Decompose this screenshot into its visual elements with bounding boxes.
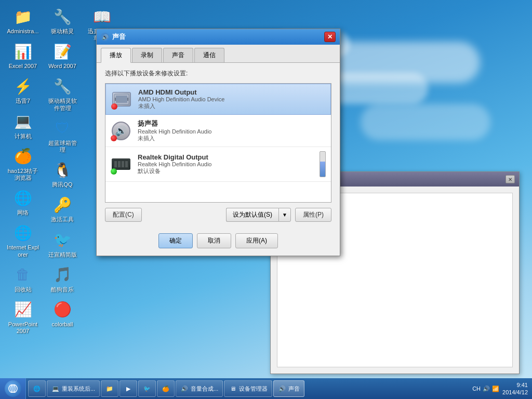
taskbar-clock[interactable]: 9:41 2014/4/12 [502, 381, 528, 396]
bg-window-close-button[interactable]: ✕ [506, 175, 515, 183]
start-orb [5, 380, 21, 397]
taskbar-sound[interactable]: 🔊 声音 [273, 380, 304, 397]
desktop-icon-ppt[interactable]: 📈 PowerPoint 2007 [4, 297, 42, 337]
ie-icon: 🌐 [12, 222, 33, 243]
360-label: 超蓝球箱管理 [46, 140, 79, 153]
desktop-icon-hao123[interactable]: 🍊 hao123桔子浏览器 [4, 144, 42, 183]
speaker-info: 扬声器 Realtek High Definition Audio 未插入 [138, 119, 326, 142]
excel-label: Excel 2007 [9, 63, 37, 70]
desktop-icon-qq[interactable]: 🐧 腾讯QQ [44, 157, 81, 190]
taskbar-audio-synth[interactable]: 🔊 音量合成... [176, 380, 223, 397]
taskbar-bird[interactable]: 🐦 [138, 380, 156, 397]
desktop-icon-colorball[interactable]: 🔴 colorball [44, 297, 81, 330]
apply-button[interactable]: 应用(A) [235, 233, 278, 248]
amd-hdmi-name: AMD HDMI Output [138, 88, 325, 96]
hao123-icon: 🍊 [12, 146, 33, 167]
admin-icon: 📁 [12, 6, 33, 27]
device-realtek-digital[interactable]: Realtek Digital Output Realtek High Defi… [105, 147, 331, 182]
dialog-action-buttons: 配置(C) 设为默认值(S) ▼ 属性(P) [105, 208, 331, 222]
realtek-volume-level [320, 162, 325, 177]
desktop-icon-network[interactable]: 🌐 网络 [4, 185, 42, 218]
taskbar-device-mgr[interactable]: 🖥 设备管理器 [224, 380, 272, 397]
desktop-icon-word2007[interactable]: 📝 Word 2007 [44, 39, 81, 72]
desktop-icons: 📁 Administra... 📊 Excel 2007 ⚡ 迅雷7 💻 计算机… [4, 4, 98, 363]
desktop-icon-xunlei[interactable]: ⚡ 迅雷7 [4, 74, 42, 107]
taskbar-folder-icon: 📁 [105, 384, 114, 393]
properties-button[interactable]: 属性(P) [295, 208, 331, 222]
realtek-volume-bar [320, 151, 326, 177]
qq-icon: 🐧 [52, 159, 73, 180]
taskbar-device-icon: 🖥 [229, 384, 237, 393]
cloud-4 [361, 104, 490, 140]
recycle-label: 回收站 [15, 286, 32, 293]
device-list: AMD HDMI Output AMD High Definition Audi… [105, 83, 331, 203]
word-label: Word 2007 [48, 63, 76, 70]
tray-speaker-icon: 🔊 [483, 385, 490, 392]
hao123-label: hao123桔子浏览器 [6, 168, 39, 181]
taskbar-media[interactable]: ▶ [119, 380, 137, 397]
taskbar-folder[interactable]: 📁 [101, 380, 118, 397]
dialog-close-button[interactable]: ✕ [324, 32, 336, 42]
taskbar-items: 🌐 💻 重装系统后... 📁 ▶ 🐦 🍊 🔊 音量合成... [26, 378, 468, 399]
desktop-icon-excel2007[interactable]: 📊 Excel 2007 [4, 39, 42, 72]
desktop-icon-ie[interactable]: 🌐 Internet Explorer [4, 220, 42, 260]
network-icon: 🌐 [12, 188, 33, 208]
tray-lang: CH [472, 385, 481, 392]
configure-button[interactable]: 配置(C) [105, 208, 142, 222]
word-icon: 📝 [52, 41, 73, 62]
dialog-titlebar[interactable]: 🔊 声音 ✕ [97, 29, 340, 45]
desktop-icon-driver[interactable]: 🔧 驱动精灵 [44, 4, 81, 37]
amd-hdmi-icon [111, 89, 132, 110]
taskbar-ie[interactable]: 🌐 [28, 380, 46, 397]
right-buttons: 设为默认值(S) ▼ 属性(P) [226, 208, 331, 222]
driver-icon: 🔧 [52, 6, 73, 27]
taskbar-right: CH 🔊 📶 9:41 2014/4/12 [468, 381, 532, 396]
tab-record[interactable]: 录制 [132, 48, 162, 62]
set-default-arrow[interactable]: ▼ [278, 208, 291, 222]
set-default-button[interactable]: 设为默认值(S) [226, 208, 278, 222]
recycle-icon: 🗑 [12, 264, 33, 285]
ok-button[interactable]: 确定 [158, 233, 193, 248]
kuwo-icon: 🎵 [52, 264, 73, 285]
svg-rect-5 [114, 161, 117, 167]
speaker-status: 未插入 [138, 135, 326, 142]
amd-hdmi-info: AMD HDMI Output AMD High Definition Audi… [138, 88, 325, 110]
ie-label: Internet Explorer [6, 244, 39, 258]
xunlei-icon: ⚡ [12, 76, 33, 97]
cancel-button[interactable]: 取消 [197, 233, 231, 248]
device-speaker[interactable]: 🔊 扬声器 Realtek High Definition Audio 未插入 [105, 115, 331, 147]
taskbar-ie-icon: 🌐 [33, 384, 41, 393]
ppt-label: PowerPoint 2007 [6, 321, 39, 335]
taskbar-orange[interactable]: 🍊 [157, 380, 175, 397]
taskbar-reinstall[interactable]: 💻 重装系统后... [47, 380, 100, 397]
desktop-icon-driver2[interactable]: 🔧 驱动精灵软件管理 [44, 74, 81, 113]
network-label: 网络 [17, 209, 29, 216]
colorball-icon: 🔴 [52, 299, 73, 320]
tab-comm[interactable]: 通信 [194, 48, 224, 62]
taskbar-audio-label: 音量合成... [191, 385, 218, 393]
admin-label: Administra... [7, 28, 38, 35]
taskbar-device-label: 设备管理器 [239, 385, 268, 393]
svg-rect-3 [127, 98, 128, 101]
taskbar-bird-icon: 🐦 [143, 384, 151, 393]
tab-sound[interactable]: 声音 [163, 48, 193, 62]
svg-rect-8 [125, 161, 128, 167]
speaker-name: 扬声器 [138, 119, 326, 128]
start-button[interactable] [0, 378, 26, 399]
desktop-icon-admin[interactable]: 📁 Administra... [4, 4, 42, 37]
dialog-description: 选择以下播放设备来修改设置: [105, 69, 331, 78]
dialog-tabs: 播放 录制 声音 通信 [97, 45, 340, 63]
amd-hdmi-driver: AMD High Definition Audio Device [138, 96, 325, 102]
desktop-icon-jihuo[interactable]: 🔑 激活工具 [44, 192, 81, 225]
realtek-driver: Realtek High Definition Audio [138, 161, 313, 167]
computer-icon: 💻 [12, 111, 33, 132]
speaker-icon-container: 🔊 [111, 121, 131, 141]
desktop-icon-computer[interactable]: 💻 计算机 [4, 109, 42, 142]
desktop-icon-360[interactable]: 🛡 超蓝球箱管理 [44, 116, 81, 155]
amd-hdmi-status-dot [111, 103, 117, 110]
desktop-icon-kuwo[interactable]: 🎵 酷狗音乐 [44, 262, 81, 295]
tab-playback[interactable]: 播放 [101, 48, 131, 63]
desktop-icon-jianxin[interactable]: 🐦 迁宣精简版 [44, 228, 81, 260]
device-amd-hdmi[interactable]: AMD HDMI Output AMD High Definition Audi… [105, 84, 331, 115]
desktop-icon-recycle[interactable]: 🗑 回收站 [4, 262, 42, 295]
